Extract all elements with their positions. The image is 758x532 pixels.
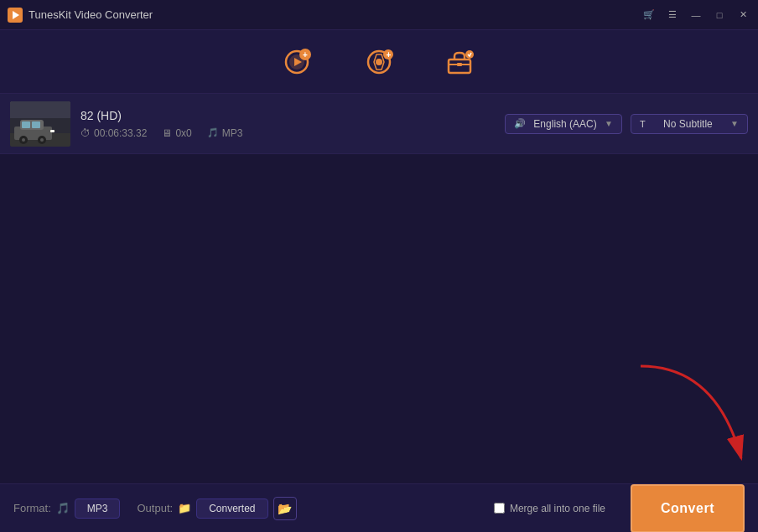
format-icon-status: 🎵 xyxy=(56,502,70,514)
file-meta: ⏱ 00:06:33.32 🖥 0x0 🎵 MP3 xyxy=(80,127,495,139)
file-item: 82 (HD) ⏱ 00:06:33.32 🖥 0x0 🎵 MP3 xyxy=(0,94,758,154)
svg-text:+: + xyxy=(387,50,392,59)
file-controls: 🔊 English (AAC) ▼ T No Subtitle ▼ xyxy=(505,114,748,134)
svg-rect-21 xyxy=(22,121,30,128)
thumbnail xyxy=(10,101,70,147)
app-title: TunesKit Video Converter xyxy=(29,8,641,21)
add-video-button[interactable]: + xyxy=(275,39,322,85)
svg-point-8 xyxy=(376,59,382,65)
chevron-down-icon: ▼ xyxy=(605,119,613,128)
folder-icon-status: 📁 xyxy=(178,502,191,514)
merge-checkbox-input[interactable] xyxy=(494,503,505,514)
status-bar: Format: 🎵 MP3 Output: 📁 Converted 📂 Merg… xyxy=(0,483,758,532)
svg-rect-22 xyxy=(32,121,40,128)
duration-meta: ⏱ 00:06:33.32 xyxy=(80,127,147,139)
format-label: Format: xyxy=(13,502,51,514)
format-value: MP3 xyxy=(222,127,243,139)
format-icon: 🎵 xyxy=(207,127,219,138)
output-label: Output: xyxy=(137,502,173,514)
file-info: 82 (HD) ⏱ 00:06:33.32 🖥 0x0 🎵 MP3 xyxy=(80,109,495,139)
browse-folder-button[interactable]: 📂 xyxy=(273,497,297,520)
format-section: Format: 🎵 MP3 xyxy=(13,498,120,519)
maximize-button[interactable]: □ xyxy=(711,7,728,23)
duration-value: 00:06:33.32 xyxy=(94,127,147,139)
svg-text:+: + xyxy=(303,50,308,59)
toolbox-button[interactable] xyxy=(436,39,483,85)
close-button[interactable]: ✕ xyxy=(735,7,751,23)
app-logo xyxy=(7,7,23,23)
open-folder-icon: 📂 xyxy=(278,502,292,515)
format-value: MP3 xyxy=(75,498,121,519)
audio-track-dropdown[interactable]: 🔊 English (AAC) ▼ xyxy=(505,114,622,134)
merge-checkbox-section: Merge all into one file xyxy=(494,503,605,514)
monitor-icon: 🖥 xyxy=(162,127,172,139)
clock-icon: ⏱ xyxy=(80,127,91,139)
cart-button[interactable]: 🛒 xyxy=(641,7,657,23)
file-list-area: 82 (HD) ⏱ 00:06:33.32 🖥 0x0 🎵 MP3 xyxy=(0,94,758,154)
subtitle-icon: T xyxy=(640,119,646,129)
output-section: Output: 📁 Converted 📂 xyxy=(137,497,296,520)
title-bar: TunesKit Video Converter 🛒 ☰ — □ ✕ xyxy=(0,0,758,30)
format-meta: 🎵 MP3 xyxy=(207,127,243,139)
svg-point-26 xyxy=(40,138,44,142)
file-name: 82 (HD) xyxy=(80,109,495,122)
subtitle-value: No Subtitle xyxy=(663,118,713,130)
subtitle-dropdown[interactable]: T No Subtitle ▼ xyxy=(631,114,748,134)
resolution-meta: 🖥 0x0 xyxy=(162,127,191,139)
minimize-button[interactable]: — xyxy=(688,7,704,23)
svg-rect-14 xyxy=(457,63,462,66)
chevron-down-icon-2: ▼ xyxy=(730,119,739,128)
output-value: Converted xyxy=(196,498,267,519)
merge-label: Merge all into one file xyxy=(510,503,605,514)
svg-rect-27 xyxy=(50,130,55,132)
resolution-value: 0x0 xyxy=(175,127,191,139)
audio-icon: 🔊 xyxy=(514,118,526,129)
svg-point-15 xyxy=(465,50,474,59)
svg-point-24 xyxy=(22,138,25,142)
arrow-container xyxy=(590,349,758,483)
window-controls: 🛒 ☰ — □ ✕ xyxy=(641,7,751,23)
add-blu-ray-button[interactable]: + xyxy=(356,39,402,85)
convert-button[interactable]: Convert xyxy=(631,484,745,533)
toolbar: + + xyxy=(0,30,758,94)
menu-button[interactable]: ☰ xyxy=(664,7,681,23)
audio-track-value: English (AAC) xyxy=(533,118,596,130)
